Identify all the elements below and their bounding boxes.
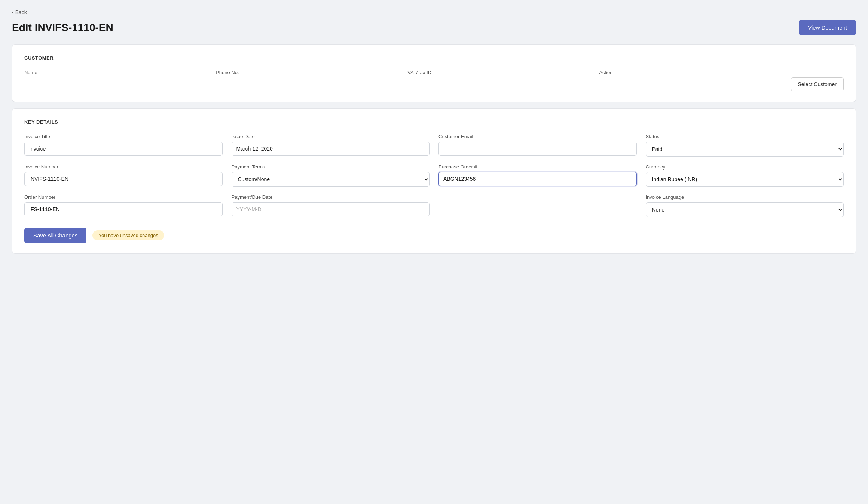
invoice-number-group: Invoice Number — [24, 164, 223, 187]
status-group: Status Paid Draft Unpaid Overdue Cancell… — [646, 134, 844, 157]
customer-email-input[interactable] — [438, 142, 637, 156]
order-number-group: Order Number — [24, 194, 223, 217]
customer-name-label: Name — [24, 70, 207, 75]
invoice-number-label: Invoice Number — [24, 164, 223, 170]
empty-spacer — [438, 194, 637, 217]
page-header: Edit INVIFS-1110-EN View Document — [12, 20, 856, 35]
issue-date-group: Issue Date — [232, 134, 430, 157]
customer-phone-value: - — [216, 78, 398, 84]
customer-phone-label: Phone No. — [216, 70, 398, 75]
customer-email-group: Customer Email — [438, 134, 637, 157]
customer-action-field: Action - — [599, 70, 782, 84]
customer-card: CUSTOMER Name - Phone No. - VAT/Tax ID -… — [12, 44, 856, 102]
footer-row: Save All Changes You have unsaved change… — [24, 228, 844, 243]
invoice-title-group: Invoice Title — [24, 134, 223, 157]
issue-date-label: Issue Date — [232, 134, 430, 139]
purchase-order-label: Purchase Order # — [438, 164, 637, 170]
customer-vat-label: VAT/Tax ID — [407, 70, 590, 75]
payment-terms-select[interactable]: Custom/None Net 15 Net 30 Net 60 Due on … — [232, 172, 430, 187]
status-select[interactable]: Paid Draft Unpaid Overdue Cancelled — [646, 142, 844, 157]
customer-vat-field: VAT/Tax ID - — [407, 70, 590, 84]
status-label: Status — [646, 134, 844, 139]
payment-terms-label: Payment Terms — [232, 164, 430, 170]
payment-due-date-group: Payment/Due Date — [232, 194, 430, 217]
currency-group: Currency Indian Rupee (INR) US Dollar (U… — [646, 164, 844, 187]
back-link[interactable]: ‹ Back — [12, 9, 27, 15]
customer-name-field: Name - — [24, 70, 207, 84]
order-number-input[interactable] — [24, 202, 223, 216]
payment-terms-group: Payment Terms Custom/None Net 15 Net 30 … — [232, 164, 430, 187]
customer-grid: Name - Phone No. - VAT/Tax ID - Action -… — [24, 70, 844, 91]
save-all-changes-button[interactable]: Save All Changes — [24, 228, 86, 243]
currency-select[interactable]: Indian Rupee (INR) US Dollar (USD) Euro … — [646, 172, 844, 187]
customer-vat-value: - — [407, 78, 590, 84]
customer-email-label: Customer Email — [438, 134, 637, 139]
customer-phone-field: Phone No. - — [216, 70, 398, 84]
invoice-title-label: Invoice Title — [24, 134, 223, 139]
order-number-label: Order Number — [24, 194, 223, 200]
back-label: Back — [15, 9, 27, 15]
customer-section-title: CUSTOMER — [24, 55, 844, 61]
issue-date-input[interactable] — [232, 142, 430, 156]
view-document-button[interactable]: View Document — [799, 20, 856, 35]
currency-label: Currency — [646, 164, 844, 170]
unsaved-changes-badge: You have unsaved changes — [92, 230, 164, 240]
purchase-order-group: Purchase Order # — [438, 164, 637, 187]
payment-due-date-label: Payment/Due Date — [232, 194, 430, 200]
key-details-grid: Invoice Title Issue Date Customer Email … — [24, 134, 844, 217]
page-title: Edit INVIFS-1110-EN — [12, 22, 113, 34]
payment-due-date-input[interactable] — [232, 202, 430, 216]
customer-action-label: Action — [599, 70, 782, 75]
customer-action-value: - — [599, 78, 782, 84]
key-details-section-title: KEY DETAILS — [24, 119, 844, 125]
invoice-language-group: Invoice Language None English French Ger… — [646, 194, 844, 217]
select-customer-wrapper: Select Customer — [791, 70, 844, 91]
back-arrow-icon: ‹ — [12, 9, 14, 15]
select-customer-button[interactable]: Select Customer — [791, 77, 844, 91]
invoice-language-select[interactable]: None English French German Spanish Hindi — [646, 202, 844, 217]
key-details-card: KEY DETAILS Invoice Title Issue Date Cus… — [12, 108, 856, 254]
invoice-title-input[interactable] — [24, 142, 223, 156]
customer-name-value: - — [24, 78, 207, 84]
invoice-number-input[interactable] — [24, 172, 223, 186]
invoice-language-label: Invoice Language — [646, 194, 844, 200]
purchase-order-input[interactable] — [438, 172, 637, 186]
